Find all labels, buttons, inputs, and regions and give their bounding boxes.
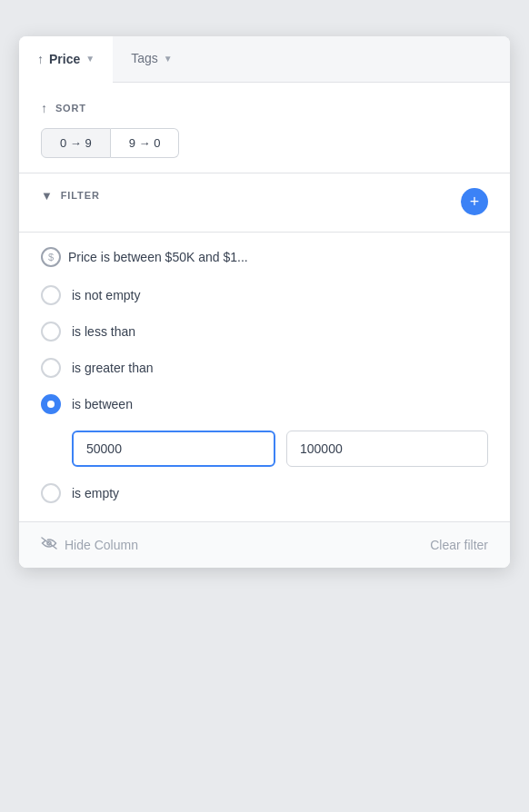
from-value-input[interactable]	[72, 431, 275, 467]
current-filter-description: $ Price is between $50K and $1...	[41, 247, 488, 267]
dollar-icon: $	[41, 247, 61, 267]
option-greater-than-label: is greater than	[72, 361, 154, 375]
sort-section: ↑ SORT 0 → 9 9 → 0	[19, 83, 510, 173]
tags-tab-label: Tags	[131, 51, 158, 65]
radio-between[interactable]	[41, 394, 61, 414]
add-filter-button[interactable]: +	[461, 188, 488, 215]
hide-icon	[41, 537, 57, 553]
option-less-than-label: is less than	[72, 324, 135, 339]
radio-not-empty[interactable]	[41, 285, 61, 305]
hide-column-label: Hide Column	[65, 538, 138, 552]
option-less-than[interactable]: is less than	[41, 322, 488, 342]
add-icon: +	[470, 193, 480, 210]
option-not-empty[interactable]: is not empty	[41, 285, 488, 305]
option-between-label: is between	[72, 397, 133, 411]
radio-greater-than[interactable]	[41, 358, 61, 378]
price-filter-icon: ▼	[85, 54, 95, 64]
header-tabs: ↑ Price ▼ Tags ▼	[19, 36, 510, 83]
filter-section: ▼ FILTER +	[19, 173, 510, 233]
option-between[interactable]: is between	[41, 394, 488, 414]
filter-label: FILTER	[61, 190, 100, 201]
radio-less-than[interactable]	[41, 322, 61, 342]
price-sort-arrow: ↑	[37, 52, 44, 66]
footer: Hide Column Clear filter	[19, 522, 510, 568]
tab-tags[interactable]: Tags ▼	[113, 36, 190, 82]
price-tab-label: Price	[49, 52, 80, 66]
option-empty[interactable]: is empty	[41, 483, 488, 503]
filter-header: ▼ FILTER +	[41, 188, 488, 215]
tags-filter-icon: ▼	[164, 54, 173, 64]
radio-empty[interactable]	[41, 483, 61, 503]
filter-conditions: $ Price is between $50K and $1... is not…	[19, 233, 510, 522]
sort-buttons: 0 → 9 9 → 0	[41, 128, 488, 158]
sort-label: SORT	[55, 103, 86, 114]
filter-funnel-icon: ▼	[41, 189, 54, 203]
sort-header: ↑ SORT	[41, 101, 488, 115]
hide-column-button[interactable]: Hide Column	[41, 537, 138, 553]
between-inputs	[72, 431, 488, 467]
clear-filter-button[interactable]: Clear filter	[430, 538, 488, 552]
option-greater-than[interactable]: is greater than	[41, 358, 488, 378]
filter-title: ▼ FILTER	[41, 189, 100, 203]
sort-arrow-icon: ↑	[41, 101, 48, 115]
to-value-input[interactable]	[286, 431, 488, 467]
filter-description-text: Price is between $50K and $1...	[68, 250, 248, 264]
sort-desc-button[interactable]: 9 → 0	[111, 128, 180, 158]
tab-price[interactable]: ↑ Price ▼	[19, 36, 113, 83]
filter-panel: ↑ Price ▼ Tags ▼ ↑ SORT 0 → 9 9 → 0 ▼ FI…	[19, 36, 510, 568]
option-empty-label: is empty	[72, 486, 119, 500]
option-not-empty-label: is not empty	[72, 288, 140, 302]
sort-asc-button[interactable]: 0 → 9	[41, 128, 111, 158]
